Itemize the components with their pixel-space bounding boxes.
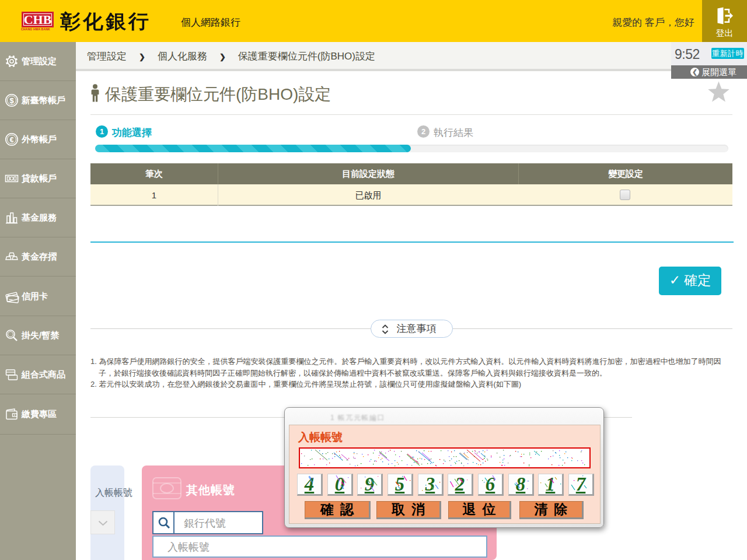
svg-text:€: € bbox=[10, 136, 14, 144]
svg-text:$: $ bbox=[9, 96, 14, 105]
